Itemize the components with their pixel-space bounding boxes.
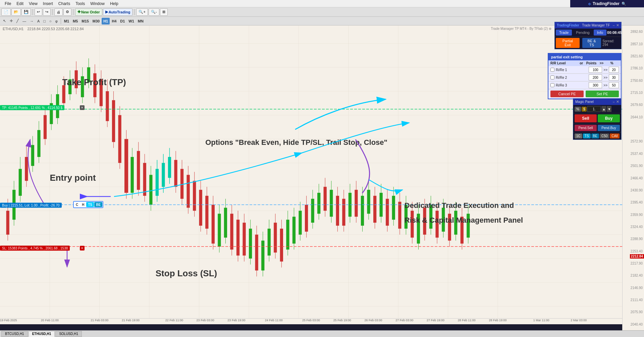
toolbar2-sep-1 [61, 18, 61, 24]
pe-check-1[interactable] [550, 68, 554, 72]
mp-lot-down[interactable]: ▼ [607, 106, 611, 112]
tm-tab-trade[interactable]: Trade [556, 30, 572, 36]
menu-window[interactable]: Window [88, 1, 107, 6]
toolbar-chart-fit[interactable]: ⊞ [160, 8, 168, 16]
auto-trading-button[interactable]: ▶ AutoTrading [103, 8, 133, 16]
toolbar-chart-zoom-out[interactable]: 🔍- [149, 8, 159, 16]
tab-btcusd[interactable]: BTCUSD,H1 [1, 331, 28, 337]
toolbar-sep-1 [33, 9, 33, 15]
tool-cursor[interactable]: ↖ [1, 18, 8, 24]
mp-call-button[interactable]: CAll [610, 133, 619, 138]
mp-minimize-button[interactable]: − [613, 100, 615, 104]
mp-lot-up[interactable]: ▲ [601, 106, 606, 112]
pe-points-3[interactable] [589, 82, 602, 88]
tf-d1[interactable]: D1 [118, 18, 126, 24]
mp-lot-input[interactable] [587, 106, 601, 112]
toolbar-new-chart[interactable]: 📄 [1, 8, 11, 16]
mp-quick-btns-row: 1C TS BE C50 CAll [573, 132, 621, 139]
break-even-button[interactable]: BE [94, 202, 102, 207]
tf-h1[interactable]: H1 [102, 18, 110, 24]
tool-rect[interactable]: □ [42, 18, 47, 24]
pe-arrow-2: >> [603, 76, 607, 79]
mp-header: Magic Panel − ✕ [573, 99, 621, 105]
tm-tab-info[interactable]: Info [594, 30, 606, 36]
pe-row-1: Ri/Re 1 >> [548, 66, 621, 74]
tp-label: TP: 41145 Points , 12.691 % , 4114.50 $ [0, 105, 64, 110]
trail-stop-button[interactable]: TS [86, 202, 94, 207]
toolbar-undo[interactable]: ↩ [35, 8, 42, 16]
mp-c50-button[interactable]: C50 [600, 133, 609, 138]
tool-line[interactable]: ╱ [15, 18, 20, 24]
partial-exit-button[interactable]: Partial Exit [556, 38, 580, 48]
toolbar-redo[interactable]: ↪ [43, 8, 51, 16]
toolbar-chart-zoom-in[interactable]: 🔍+ [136, 8, 148, 16]
tool-fib[interactable]: φ [54, 18, 59, 24]
cancel-pe-button[interactable]: Cancel PE [550, 91, 584, 97]
mp-1c-button[interactable]: 1C [575, 133, 582, 138]
pe-check-3[interactable] [550, 83, 554, 87]
tf-m5[interactable]: M5 [71, 18, 79, 24]
mp-ts-button[interactable]: TS [583, 133, 591, 138]
pe-points-2[interactable] [589, 74, 602, 80]
spread-label: Spread: 294 [602, 39, 620, 47]
set-pe-button[interactable]: Set PE [586, 91, 619, 97]
tool-text[interactable]: A [36, 18, 41, 24]
bottom-tabs: BTCUSD,H1 ETHUSD,H1 SOLUSD,H1 [0, 330, 644, 337]
price-2537: 2537.40 [631, 152, 643, 155]
toolbar-open[interactable]: 📂 [11, 8, 21, 16]
tab-ethusd[interactable]: ETHUSD,H1 [29, 331, 55, 337]
price-2359: 2359.90 [631, 213, 643, 216]
be-ts-button[interactable]: BE & TS [582, 38, 601, 48]
tab-solusd[interactable]: SOLUSD,H1 [55, 331, 82, 337]
mp-dollar-button[interactable]: $ [582, 107, 587, 112]
tm-minimize-button[interactable]: − [613, 23, 615, 27]
tf-m1[interactable]: M1 [62, 18, 71, 24]
tool-crosshair[interactable]: ✛ [8, 18, 14, 24]
close-trade-button[interactable]: C [74, 202, 80, 207]
new-order-button[interactable]: ✚ New Order [75, 8, 102, 16]
tf-m30[interactable]: M30 [91, 18, 101, 24]
pend-sell-button[interactable]: Pend.Sell [575, 125, 597, 131]
menu-view[interactable]: View [26, 1, 40, 6]
tf-mn[interactable]: MN [136, 18, 145, 24]
tool-hline[interactable]: — [21, 18, 28, 24]
menu-tools[interactable]: Tools [73, 1, 88, 6]
mp-close-button[interactable]: ✕ [616, 100, 619, 104]
tf-logo-text: TradingFinder [593, 1, 620, 6]
price-2501: 2501.90 [631, 164, 643, 168]
tool-arrow[interactable]: → [28, 18, 35, 24]
menu-help[interactable]: Help [107, 1, 121, 6]
tool-ellipse[interactable]: ○ [48, 18, 53, 24]
time-25feb03: 25 Feb 03:00 [302, 319, 320, 322]
mp-be-button[interactable]: BE [591, 133, 599, 138]
tf-search-icon[interactable]: 🔍 [622, 2, 626, 6]
pe-points-1[interactable] [589, 67, 602, 73]
menu-file[interactable]: File [2, 1, 14, 6]
tm-close-button[interactable]: ✕ [616, 23, 619, 27]
tf-h4[interactable]: H4 [110, 18, 118, 24]
pe-pct-3[interactable] [609, 82, 619, 88]
tf-m15[interactable]: M15 [80, 18, 90, 24]
tf-w1[interactable]: W1 [127, 18, 136, 24]
tm-tab-pending[interactable]: Pending [573, 30, 593, 36]
price-2857: 2857.10 [631, 42, 643, 46]
buy-button[interactable]: Buy [598, 114, 620, 122]
sl-close-button[interactable]: ✕ [80, 246, 85, 250]
tp-close-button[interactable]: ✕ [80, 105, 85, 110]
sell-button[interactable]: Sell [575, 114, 597, 122]
toolbar-print[interactable]: 🖨 [54, 8, 63, 16]
time-27feb03: 27 Feb 03:00 [395, 319, 413, 322]
menu-edit[interactable]: Edit [14, 1, 26, 6]
entry-annotation-text: Entry point [50, 173, 96, 183]
toolbar-props[interactable]: ⚙ [63, 8, 71, 16]
pe-pct-1[interactable] [609, 67, 619, 73]
pe-pct-2[interactable] [609, 74, 619, 80]
menu-insert[interactable]: Insert [40, 1, 56, 6]
toolbar-save[interactable]: 💾 [21, 8, 31, 16]
hide-trade-button[interactable]: H [80, 202, 86, 207]
pend-buy-button[interactable]: Pend.Buy [598, 125, 620, 131]
mp-pct-button[interactable]: % [575, 107, 581, 112]
menu-charts[interactable]: Charts [56, 1, 73, 6]
pe-col-pct: % [605, 61, 619, 65]
pe-check-2[interactable] [550, 75, 554, 79]
